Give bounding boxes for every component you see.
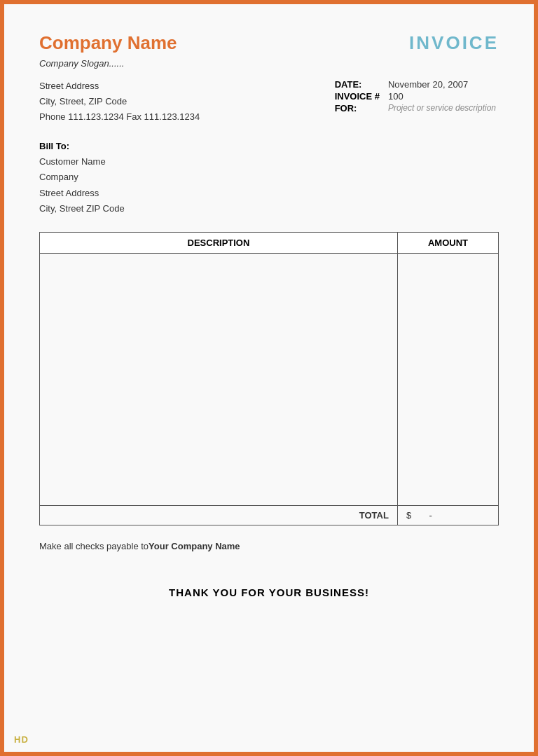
info-row: Street Address City, Street, ZIP Code Ph… bbox=[39, 78, 499, 125]
date-value: November 20, 2007 bbox=[388, 78, 499, 90]
customer-name: Customer Name bbox=[39, 154, 499, 170]
for-value: Project or service description bbox=[388, 102, 499, 114]
invoice-header: Company Name INVOICE bbox=[39, 32, 499, 54]
company-slogan: Company Slogan...... bbox=[39, 58, 499, 69]
invoice-num-value: 100 bbox=[388, 90, 499, 102]
watermark: HD bbox=[14, 734, 29, 745]
invoice-document: Company Name INVOICE Company Slogan.....… bbox=[0, 0, 538, 756]
customer-city: City, Street ZIP Code bbox=[39, 201, 499, 217]
thank-you-message: THANK YOU FOR YOUR BUSINESS! bbox=[39, 586, 499, 598]
company-phone: Phone 111.123.1234 Fax 111.123.1234 bbox=[39, 109, 200, 125]
company-address: Street Address City, Street, ZIP Code Ph… bbox=[39, 78, 200, 125]
payable-text: Make all checks payable to bbox=[39, 541, 149, 551]
total-currency: $ bbox=[406, 510, 411, 521]
for-label: FOR: bbox=[335, 102, 388, 114]
customer-street: Street Address bbox=[39, 186, 499, 201]
footer-payable: Make all checks payable toYour Company N… bbox=[39, 541, 499, 551]
total-value: $ - bbox=[397, 505, 498, 525]
date-label: DATE: bbox=[335, 78, 388, 90]
total-amount: - bbox=[429, 510, 432, 521]
invoice-table: DESCRIPTION AMOUNT TOTAL $ - bbox=[39, 232, 499, 525]
total-label: TOTAL bbox=[40, 505, 398, 525]
company-city: City, Street, ZIP Code bbox=[39, 94, 200, 109]
invoice-num-label: INVOICE # bbox=[335, 90, 388, 102]
invoice-meta: DATE: November 20, 2007 INVOICE # 100 FO… bbox=[335, 78, 499, 125]
company-name: Company Name bbox=[39, 32, 177, 54]
customer-company: Company bbox=[39, 170, 499, 185]
description-cell bbox=[40, 253, 398, 505]
invoice-title: INVOICE bbox=[409, 32, 499, 54]
amount-header: AMOUNT bbox=[397, 232, 498, 253]
amount-cell bbox=[397, 253, 498, 505]
bill-to-label: Bill To: bbox=[39, 139, 499, 154]
company-street: Street Address bbox=[39, 78, 200, 94]
payable-name: Your Company Name bbox=[149, 541, 240, 551]
desc-header: DESCRIPTION bbox=[40, 232, 398, 253]
bill-to-section: Bill To: Customer Name Company Street Ad… bbox=[39, 139, 499, 216]
